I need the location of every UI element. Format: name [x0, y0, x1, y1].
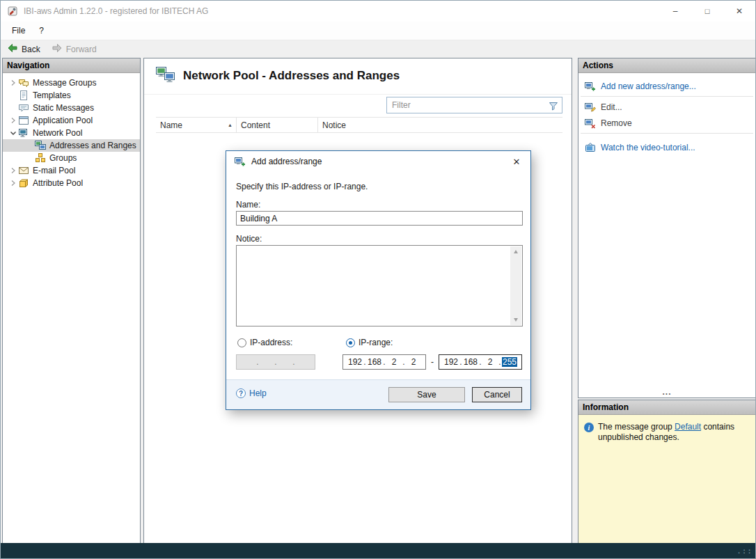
save-button[interactable]: Save [388, 387, 465, 402]
notice-scrollbar[interactable] [510, 246, 521, 325]
sidebar-item-email-pool[interactable]: E-mail Pool [3, 164, 140, 177]
chevron-right-icon[interactable] [8, 167, 18, 174]
column-header-notice[interactable]: Notice [318, 118, 562, 132]
information-panel-header: Information [578, 400, 755, 415]
column-header-name[interactable]: Name ▲ [156, 118, 237, 132]
dialog-title-bar[interactable]: Add address/range ✕ [226, 151, 530, 172]
network-pool-icon [18, 127, 29, 139]
sidebar-item-label: Message Groups [33, 78, 96, 88]
information-message: The message group Default contains unpub… [598, 422, 750, 443]
menu-file[interactable]: File [5, 23, 32, 38]
actions-panel: Actions Add new address/range... Edit...… [578, 58, 756, 398]
actions-panel-header: Actions [578, 58, 755, 73]
actions-overflow[interactable]: ... [578, 387, 755, 397]
close-button[interactable]: ✕ [723, 1, 755, 22]
edit-address-icon [585, 102, 596, 113]
scrollbar-up-icon[interactable] [510, 246, 521, 257]
table-header: Name ▲ Content Notice [156, 117, 562, 133]
chevron-down-icon[interactable] [8, 129, 18, 136]
title-bar[interactable]: IBI-aws Admin 1.22.0 - registered for IB… [1, 1, 755, 22]
action-edit[interactable]: Edit... [578, 99, 755, 115]
name-input[interactable] [236, 211, 523, 226]
add-address-range-dialog: Add address/range ✕ Specify this IP-addr… [226, 150, 531, 410]
sidebar-item-groups[interactable]: Groups [3, 152, 140, 164]
action-label: Remove [601, 118, 632, 128]
minimize-button[interactable]: – [659, 1, 691, 22]
remove-address-icon [585, 118, 596, 129]
application-pool-icon [18, 115, 29, 126]
filter-box [386, 97, 562, 113]
templates-icon [18, 90, 29, 101]
filter-funnel-icon[interactable] [549, 101, 558, 113]
notice-label: Notice: [236, 234, 262, 244]
ip-address-radio[interactable] [237, 338, 246, 347]
title-divider [144, 94, 572, 95]
ip-range-from-input[interactable]: 192.168.2.2 [342, 354, 426, 370]
sidebar-item-message-groups[interactable]: Message Groups [3, 77, 140, 89]
action-add-new-address-range[interactable]: Add new address/range... [578, 78, 755, 94]
forward-button[interactable]: Forward [52, 42, 97, 56]
dialog-title: Add address/range [251, 157, 322, 166]
ip-address-input: ... [236, 354, 315, 370]
chevron-right-icon[interactable] [8, 180, 18, 187]
sidebar-item-label: Addresses and Ranges [49, 141, 136, 150]
sidebar-item-attribute-pool[interactable]: Attribute Pool [3, 177, 140, 189]
app-window: IBI-aws Admin 1.22.0 - registered for IB… [0, 0, 756, 559]
ip-address-radio-group[interactable]: IP-address: [237, 338, 292, 347]
cancel-button[interactable]: Cancel [472, 387, 522, 402]
range-dash: - [427, 354, 437, 370]
status-bar: .:: [1, 543, 755, 558]
menu-help[interactable]: ? [32, 23, 51, 38]
resize-grip-icon[interactable]: .:: [737, 546, 753, 556]
network-pool-title-icon [155, 66, 176, 86]
sidebar-item-label: Templates [33, 90, 71, 100]
info-icon: i [584, 423, 594, 432]
groups-icon [35, 152, 46, 164]
ip-range-radio[interactable] [346, 338, 355, 347]
back-button[interactable]: Back [7, 42, 40, 56]
ip-range-to-input[interactable]: 192.168.2.255 [439, 354, 522, 370]
navigation-panel-header: Navigation [3, 58, 140, 73]
attribute-pool-icon [18, 178, 29, 189]
maximize-button[interactable]: □ [691, 1, 723, 22]
window-title: IBI-aws Admin 1.22.0 - registered for IB… [24, 6, 659, 16]
sidebar-item-label: Groups [49, 153, 77, 163]
sidebar-item-application-pool[interactable]: Application Pool [3, 114, 140, 127]
filter-input[interactable] [387, 97, 562, 113]
sidebar-item-templates[interactable]: Templates [3, 89, 140, 102]
chevron-right-icon[interactable] [8, 117, 18, 124]
ip-range-radio-group[interactable]: IP-range: [346, 338, 393, 347]
sidebar-item-label: Network Pool [33, 128, 82, 138]
dialog-close-button[interactable]: ✕ [503, 151, 530, 172]
help-label: Help [249, 388, 267, 398]
ip-range-radio-label: IP-range: [359, 338, 393, 347]
add-address-icon [585, 81, 596, 92]
sort-ascending-icon: ▲ [228, 123, 233, 127]
help-link[interactable]: ? Help [236, 388, 267, 398]
information-panel: Information i The message group Default … [578, 400, 756, 544]
addresses-and-ranges-icon [35, 140, 46, 151]
column-header-content[interactable]: Content [237, 118, 318, 132]
scrollbar-down-icon[interactable] [510, 315, 521, 325]
sidebar-item-network-pool[interactable]: Network Pool [3, 127, 140, 139]
sidebar-item-label: Application Pool [33, 116, 93, 125]
column-label: Name [160, 120, 182, 130]
dialog-footer: ? Help Save Cancel [226, 379, 530, 409]
sidebar-item-label: Attribute Pool [33, 178, 83, 188]
message-groups-icon [18, 77, 29, 88]
navigation-panel: Navigation Message Groups Templates Stat… [2, 58, 141, 544]
actions-divider [581, 96, 753, 97]
sidebar-item-label: E-mail Pool [33, 166, 75, 175]
action-watch-video-tutorial[interactable]: Watch the video-tutorial... [578, 139, 755, 155]
forward-label: Forward [66, 45, 97, 54]
notice-textarea[interactable] [236, 245, 523, 326]
dialog-icon [235, 156, 246, 167]
sidebar-item-addresses-and-ranges[interactable]: Addresses and Ranges [3, 139, 140, 152]
action-remove[interactable]: Remove [578, 115, 755, 131]
actions-divider [581, 133, 753, 134]
help-icon: ? [236, 388, 246, 398]
sidebar-item-static-messages[interactable]: Static Messages [3, 102, 140, 114]
sidebar-item-label: Static Messages [33, 103, 94, 113]
default-message-group-link[interactable]: Default [675, 422, 701, 432]
chevron-right-icon[interactable] [8, 79, 18, 86]
